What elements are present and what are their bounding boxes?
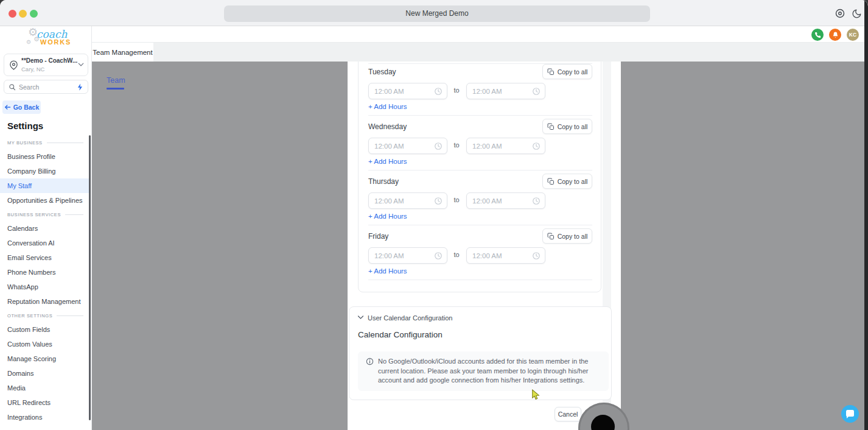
sidebar-item-custom-values[interactable]: Custom Values xyxy=(0,337,89,351)
search-input[interactable] xyxy=(19,82,74,92)
sidebar-item-whatsapp[interactable]: WhatsApp xyxy=(0,280,89,294)
copy-icon xyxy=(547,178,555,185)
notifications-button[interactable] xyxy=(829,29,841,41)
search-icon xyxy=(9,83,16,91)
end-time-field xyxy=(466,138,545,154)
alert-message: No Google/Outlook/iCloud accounts added … xyxy=(378,357,590,386)
copy-to-all-button[interactable]: Copy to all xyxy=(542,228,592,244)
zoom-window-button[interactable] xyxy=(30,10,38,18)
tab-team[interactable]: Team xyxy=(107,76,125,85)
day-row-thursday: Thursday Copy to all xyxy=(359,167,601,222)
coachworks-logo: ⚙ ⚙ ⚙ coach WORKS xyxy=(0,27,91,51)
end-time-field xyxy=(466,247,545,264)
user-calendar-configuration-toggle[interactable]: User Calendar Configuration xyxy=(368,314,452,322)
close-window-button[interactable] xyxy=(9,10,16,18)
sidebar-item-calendars[interactable]: Calendars xyxy=(0,221,89,236)
location-city: Cary, NC xyxy=(21,66,44,72)
copy-to-all-button[interactable]: Copy to all xyxy=(542,174,592,189)
clock-icon xyxy=(532,252,541,260)
sidebar-scrollbar[interactable] xyxy=(89,135,91,420)
sidebar-item-reputation-management[interactable]: Reputation Management xyxy=(0,294,89,309)
sidebar-item-company-billing[interactable]: Company Billing xyxy=(0,164,89,178)
sidebar-item-phone-numbers[interactable]: Phone Numbers xyxy=(0,265,89,280)
add-hours-link[interactable]: + Add Hours xyxy=(368,267,407,275)
clock-icon xyxy=(434,87,443,96)
start-time-field xyxy=(368,83,447,99)
settings-nav: MY BUSINESS Business Profile Company Bil… xyxy=(0,136,89,425)
lightning-bolt-icon[interactable] xyxy=(76,83,84,91)
divider xyxy=(368,280,592,280)
settings-sidebar: ⚙ ⚙ ⚙ coach WORKS **Demo - CoachW... Car… xyxy=(0,26,92,430)
phone-icon xyxy=(814,32,821,38)
copy-to-all-button[interactable]: Copy to all xyxy=(542,64,592,79)
user-avatar[interactable]: KC xyxy=(847,29,859,41)
add-hours-link[interactable]: + Add Hours xyxy=(368,213,407,220)
sidebar-item-integrations[interactable]: Integrations xyxy=(0,410,89,425)
content-area: Team Tuesday Copy to all xyxy=(92,62,868,430)
end-time-input[interactable] xyxy=(472,248,530,263)
phone-button[interactable] xyxy=(811,29,824,41)
copy-icon xyxy=(547,233,555,240)
go-back-label: Go Back xyxy=(13,104,40,111)
chevron-down-icon[interactable] xyxy=(357,315,364,320)
app-window: New Merged Demo ⚙ ⚙ ⚙ coach WORKS **Demo… xyxy=(0,0,868,430)
sidebar-item-email-services[interactable]: Email Services xyxy=(0,250,89,265)
start-time-field xyxy=(368,192,447,209)
sidebar-item-manage-scoring[interactable]: Manage Scoring xyxy=(0,351,89,366)
location-switcher[interactable]: **Demo - CoachW... Cary, NC xyxy=(4,54,88,76)
clock-icon xyxy=(532,142,541,150)
mouse-cursor xyxy=(531,389,541,400)
start-time-input[interactable] xyxy=(374,194,432,208)
day-label: Friday xyxy=(368,232,388,241)
minimize-window-button[interactable] xyxy=(19,10,27,18)
start-time-field xyxy=(368,247,447,264)
sidebar-item-domains[interactable]: Domains xyxy=(0,366,89,381)
end-time-input[interactable] xyxy=(472,84,530,98)
start-time-field xyxy=(368,138,447,154)
end-time-field xyxy=(466,192,545,209)
tab-bar: Team Management xyxy=(92,43,868,62)
tab-team-management[interactable]: Team Management xyxy=(92,43,153,62)
go-back-button[interactable]: Go Back xyxy=(2,100,41,114)
end-time-input[interactable] xyxy=(472,139,530,153)
clock-icon xyxy=(532,87,541,96)
to-label: to xyxy=(449,196,464,203)
chat-launcher-button[interactable] xyxy=(841,405,859,423)
add-hours-link[interactable]: + Add Hours xyxy=(368,103,407,110)
gear-icon: ⚙ xyxy=(26,39,31,45)
to-label: to xyxy=(449,251,464,258)
start-time-input[interactable] xyxy=(374,248,432,263)
no-accounts-alert: No Google/Outlook/iCloud accounts added … xyxy=(358,351,609,391)
start-time-input[interactable] xyxy=(374,84,432,98)
start-time-input[interactable] xyxy=(374,139,432,153)
sidebar-item-conversation-ai[interactable]: Conversation AI xyxy=(0,236,89,250)
clock-icon xyxy=(434,142,443,150)
sidebar-item-media[interactable]: Media xyxy=(0,381,89,395)
end-time-input[interactable] xyxy=(472,194,530,208)
sidebar-item-custom-fields[interactable]: Custom Fields xyxy=(0,322,89,337)
tab-team-underline xyxy=(107,88,124,90)
sidebar-item-opportunities-pipelines[interactable]: Opportunities & Pipelines xyxy=(0,193,89,208)
copy-to-all-button[interactable]: Copy to all xyxy=(542,119,592,134)
info-icon xyxy=(366,358,374,365)
clock-icon xyxy=(434,197,443,205)
sidebar-search xyxy=(4,80,88,94)
day-row-tuesday: Tuesday Copy to all xyxy=(359,62,601,112)
moon-icon[interactable] xyxy=(852,9,862,19)
chat-bubble-icon xyxy=(846,410,854,417)
eye-icon[interactable] xyxy=(835,9,845,18)
sidebar-item-url-redirects[interactable]: URL Redirects xyxy=(0,395,89,410)
window-edge-scrollbar[interactable] xyxy=(864,0,868,430)
add-hours-link[interactable]: + Add Hours xyxy=(368,158,407,165)
sidebar-item-my-staff[interactable]: My Staff xyxy=(0,178,89,193)
nav-section-my-business: MY BUSINESS xyxy=(0,136,89,149)
day-row-friday: Friday Copy to all xyxy=(359,222,601,277)
location-name: **Demo - CoachW... xyxy=(21,57,79,64)
nav-section-other-settings: OTHER SETTINGS xyxy=(0,309,89,322)
day-label: Tuesday xyxy=(368,68,396,76)
chevron-down-icon xyxy=(78,62,84,67)
cancel-button[interactable]: Cancel xyxy=(555,407,581,421)
bell-icon xyxy=(832,31,839,38)
sidebar-item-business-profile[interactable]: Business Profile xyxy=(0,149,89,164)
clock-icon xyxy=(434,252,443,260)
